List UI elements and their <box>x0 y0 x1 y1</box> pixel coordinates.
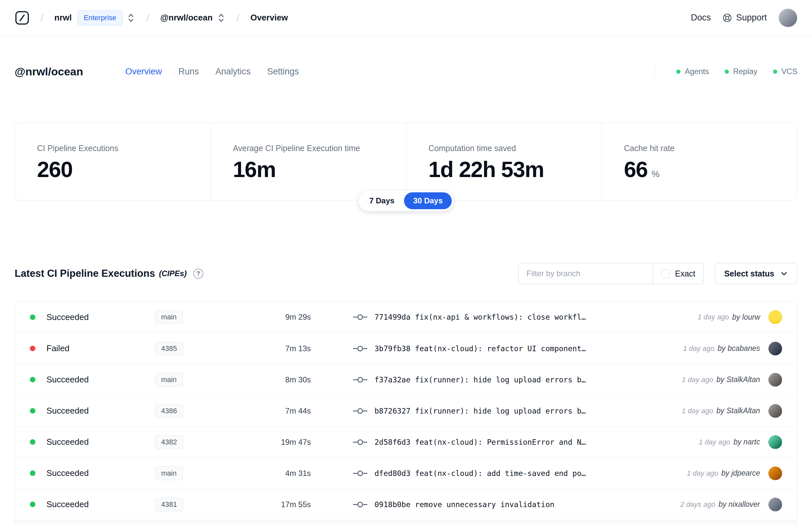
branch-badge[interactable]: 4385 <box>155 342 183 356</box>
stat-value: 260 <box>37 158 73 180</box>
nx-cloud-logo-icon[interactable] <box>15 10 30 25</box>
support-link[interactable]: Support <box>722 13 767 23</box>
workspace-switcher-chevrons-icon[interactable] <box>217 11 226 24</box>
status-dot <box>676 70 680 74</box>
commit-link[interactable]: dfed80d3 feat(nx-cloud): add time-saved … <box>374 469 586 478</box>
breadcrumb-workspace[interactable]: @nrwl/ocean <box>160 13 212 23</box>
table-row[interactable]: Succeeded 4381 17m 55s 0918b0be remove u… <box>15 489 797 520</box>
indicator-replay[interactable]: Replay <box>725 67 757 76</box>
status-dot <box>30 346 35 351</box>
branch-badge[interactable]: main <box>155 466 183 480</box>
stat-label: Average CI Pipeline Execution time <box>233 144 399 153</box>
stat-card-ci-pipeline-executions: CI Pipeline Executions 260 <box>15 123 211 200</box>
commit-cell: 2d58f6d3 feat(nx-cloud): PermissionError… <box>353 438 686 446</box>
branch-badge[interactable]: 4386 <box>155 404 183 418</box>
table-row[interactable]: Succeeded main 9m 29s 771499da fix(nx-ap… <box>15 301 797 333</box>
breadcrumb-separator: / <box>237 12 240 24</box>
commit-link[interactable]: b8726327 fix(runner): hide log upload er… <box>374 407 586 415</box>
status-cell: Succeeded <box>30 312 155 322</box>
range-30-days-button[interactable]: 30 Days <box>404 192 452 209</box>
tab-analytics[interactable]: Analytics <box>215 66 250 77</box>
table-row[interactable]: Succeeded 4382 19m 47s 2d58f6d3 feat(nx-… <box>15 426 797 457</box>
row-author: by bcabanes <box>718 344 760 353</box>
commit-cell: 0918b0be remove unnecessary invalidation <box>353 500 668 509</box>
range-7-days-button[interactable]: 7 Days <box>360 192 403 209</box>
indicator-vcs[interactable]: VCS <box>773 67 797 76</box>
branch-filter-input[interactable] <box>518 263 653 284</box>
commit-cell: dfed80d3 feat(nx-cloud): add time-saved … <box>353 469 674 478</box>
git-commit-icon <box>353 345 367 352</box>
status-dot <box>725 70 729 74</box>
breadcrumb-org[interactable]: nrwl <box>54 13 72 23</box>
breadcrumb-page[interactable]: Overview <box>250 13 288 23</box>
status-dot <box>30 314 35 320</box>
tab-runs[interactable]: Runs <box>178 66 199 77</box>
row-author: by jdpearce <box>721 469 760 478</box>
git-commit-icon <box>353 469 367 477</box>
stat-card-average-execution-time: Average CI Pipeline Execution time 16m <box>211 123 406 200</box>
table-row[interactable]: Failed 4385 7m 13s 3b79fb38 feat(nx-clou… <box>15 333 797 364</box>
branch-badge[interactable]: 4381 <box>155 498 183 511</box>
enterprise-badge[interactable]: Enterprise <box>78 10 122 25</box>
org-switcher-chevrons-icon[interactable] <box>126 11 135 24</box>
app-header: / nrwl Enterprise / @nrwl/ocean / Overvi… <box>0 0 812 36</box>
branch-badge[interactable]: 4382 <box>155 435 183 449</box>
commit-cell: f37a32ae fix(runner): hide log upload er… <box>353 376 669 384</box>
docs-link[interactable]: Docs <box>691 13 711 23</box>
commit-cell: b8726327 fix(runner): hide log upload er… <box>353 407 669 415</box>
git-commit-icon <box>353 407 367 415</box>
branch-cell: main <box>155 373 238 387</box>
commit-link[interactable]: 3b79fb38 feat(nx-cloud): refactor UI com… <box>374 344 586 353</box>
user-avatar[interactable] <box>779 9 797 27</box>
avatar <box>768 435 782 449</box>
tab-settings[interactable]: Settings <box>267 66 299 77</box>
row-time: 1 day ago <box>683 344 715 353</box>
select-status-dropdown[interactable]: Select status <box>715 263 797 284</box>
commit-link[interactable]: 0918b0be remove unnecessary invalidation <box>374 500 554 509</box>
status-label: Succeeded <box>46 437 89 447</box>
indicator-label: Replay <box>733 67 757 76</box>
status-dot <box>30 408 35 414</box>
duration-label: 17m 55s <box>238 500 311 509</box>
row-meta: 1 day ago by bcabanes <box>683 344 760 353</box>
status-dot <box>30 439 35 445</box>
table-row[interactable]: Succeeded main 8m 30s f37a32ae fix(runne… <box>15 364 797 395</box>
help-icon[interactable]: ? <box>193 269 203 279</box>
exact-checkbox[interactable] <box>661 269 670 278</box>
branch-cell: 4386 <box>155 404 238 418</box>
status-label: Succeeded <box>46 312 89 322</box>
row-author: by StalkAltan <box>717 375 760 384</box>
status-dot <box>773 70 777 74</box>
branch-badge[interactable]: main <box>155 310 183 324</box>
exact-filter: Exact <box>653 263 704 284</box>
status-cell: Failed <box>30 343 155 354</box>
divider <box>655 64 655 79</box>
indicator-label: Agents <box>685 67 709 76</box>
status-cell: Succeeded <box>30 406 155 416</box>
table-row[interactable]: Succeeded 4386 7m 44s b8726327 fix(runne… <box>15 395 797 426</box>
stat-value: 1d 22h 53m <box>428 158 544 180</box>
cipe-title: Latest CI Pipeline Executions <box>15 268 155 280</box>
status-label: Succeeded <box>46 375 89 385</box>
table-row-partial[interactable] <box>15 520 797 525</box>
status-label: Failed <box>46 343 70 354</box>
avatar <box>768 310 782 324</box>
breadcrumb-separator: / <box>41 12 43 24</box>
branch-badge[interactable]: main <box>155 373 183 387</box>
avatar <box>768 404 782 418</box>
stats-section: CI Pipeline Executions 260 Average CI Pi… <box>15 122 797 200</box>
row-time: 1 day ago <box>699 438 731 446</box>
indicator-agents[interactable]: Agents <box>676 67 709 76</box>
commit-link[interactable]: 771499da fix(nx-api & workflows): close … <box>374 313 586 321</box>
branch-cell: 4382 <box>155 435 238 449</box>
tab-overview[interactable]: Overview <box>125 66 162 77</box>
commit-link[interactable]: 2d58f6d3 feat(nx-cloud): PermissionError… <box>374 438 586 446</box>
branch-filter-group: Exact <box>518 263 704 284</box>
duration-label: 7m 13s <box>238 344 311 353</box>
commit-link[interactable]: f37a32ae fix(runner): hide log upload er… <box>374 376 586 384</box>
table-row[interactable]: Succeeded main 4m 31s dfed80d3 feat(nx-c… <box>15 457 797 489</box>
row-time: 1 day ago <box>682 407 713 415</box>
workspace-tabs: Overview Runs Analytics Settings <box>125 66 299 77</box>
stat-card-cache-hit-rate: Cache hit rate 66 % <box>601 123 797 200</box>
status-cell: Succeeded <box>30 437 155 447</box>
